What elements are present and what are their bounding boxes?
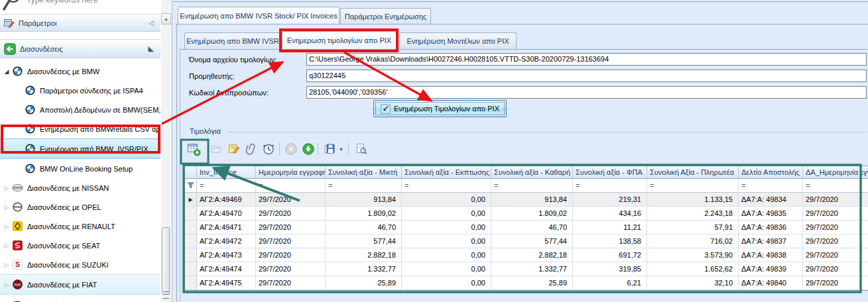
invoice-cell[interactable]: ΑΓ2:Α:49474 — [197, 262, 256, 276]
invoice-cell[interactable]: 29/7/2020 — [256, 207, 326, 221]
invoice-cell[interactable]: 577,44 — [326, 234, 402, 248]
attachment-icon[interactable] — [243, 141, 259, 157]
invoice-cell[interactable]: 0,00 — [402, 262, 491, 276]
invoice-cell[interactable]: 319,85 — [573, 262, 647, 276]
sidebar-item-connections-renault[interactable]: ▷Διασυνδέσεις με RENAULT — [0, 217, 160, 236]
filter-cell[interactable]: = — [326, 179, 402, 193]
sidebar-item-connections-seat[interactable]: ▷Διασυνδέσεις με SEAT — [0, 236, 160, 255]
invoice-cell[interactable]: ΔΑ7:Α: 49835 — [739, 207, 803, 221]
collapsed-icon[interactable]: ▷ — [2, 204, 11, 211]
invoice-cell[interactable]: 29/7/2020 — [803, 193, 868, 207]
sidebar-item-bmw-online-booking[interactable]: BMW OnLine Booking Setup — [0, 159, 160, 178]
invoice-cell[interactable]: 1.332,77 — [326, 262, 402, 276]
invoice-cell[interactable]: 0,00 — [402, 193, 491, 207]
collapsed-icon[interactable]: ▷ — [2, 185, 11, 191]
invoice-cell[interactable]: 29/7/2020 — [803, 207, 868, 221]
tab-update-models-pix[interactable]: Ενημέρωση Μοντέλων απο PIX — [399, 32, 517, 49]
sidebar-item-connections-opel[interactable]: ▷Διασυνδέσεις με OPEL — [0, 197, 160, 217]
sidebar-item-ispa4-params[interactable]: Παράμετροι σύνδεσης με ISPA4 — [0, 81, 160, 100]
invoice-row[interactable]: ΑΓ2:Α:4947529/7/202025,890,0025,896,2132… — [185, 276, 868, 290]
invoice-cell[interactable]: 29/7/2020 — [256, 193, 326, 207]
move-up-icon[interactable] — [283, 141, 299, 157]
invoice-cell[interactable]: 29/7/2020 — [256, 234, 326, 248]
invoice-cell[interactable]: 11,21 — [573, 221, 647, 234]
invoice-cell[interactable]: 2.243,18 — [647, 207, 739, 221]
filter-cell[interactable]: = — [197, 179, 256, 193]
move-down-icon[interactable] — [300, 141, 316, 157]
invoice-cell[interactable]: 29/7/2020 — [803, 262, 868, 276]
invoice-cell[interactable]: 913,84 — [491, 193, 573, 207]
invoice-cell[interactable]: 29/7/2020 — [803, 276, 868, 290]
scrollbar-grip-icon[interactable] — [163, 291, 169, 299]
supplier-input[interactable]: q30122445 — [306, 70, 867, 82]
collapsed-icon[interactable]: ▷ — [2, 223, 11, 230]
invoice-cell[interactable]: 1.809,02 — [491, 207, 573, 221]
column-header[interactable]: Ημερομηνία εγγραφής — [256, 166, 326, 179]
dealer-codes-input[interactable]: 28105,'044090','039356' — [306, 86, 867, 99]
pin-corner-icon[interactable]: ◣ — [149, 44, 154, 53]
invoice-cell[interactable]: 219,31 — [573, 193, 647, 207]
sidebar-section-connections[interactable]: Διασυνδέσεις ◣ — [0, 39, 160, 58]
invoice-cell[interactable]: 57,91 — [647, 221, 739, 234]
filter-cell[interactable]: = — [256, 179, 326, 193]
filter-cell[interactable]: = — [647, 179, 739, 193]
invoice-cell[interactable]: 32,10 — [647, 276, 739, 290]
invoice-cell[interactable]: 0,00 — [402, 207, 491, 221]
invoice-cell[interactable]: ΑΓ2:Α:49471 — [197, 221, 256, 234]
invoice-file-input[interactable]: C:\Users\George Vrakas\Downloads\H002724… — [306, 53, 867, 66]
invoice-cell[interactable]: 138,58 — [573, 234, 647, 248]
sidebar-item-update-bmw-ivsr-pix[interactable]: Ενημέρωση από BMW_IVSR/PIX — [0, 138, 160, 159]
invoice-cell[interactable]: 29/7/2020 — [803, 248, 868, 262]
edit-notes-icon[interactable] — [226, 141, 242, 157]
column-header[interactable]: Συνολική Αξία - Πληρωτέα — [647, 166, 739, 179]
invoice-cell[interactable]: 691,72 — [573, 248, 647, 262]
sidebar-item-update-bmwretails-csv[interactable]: Ενημέρωση από BMWretails CSV αρχείο — [0, 119, 160, 138]
invoice-cell[interactable]: 29/7/2020 — [803, 234, 868, 248]
invoice-cell[interactable]: 29/7/2020 — [256, 262, 326, 276]
invoice-cell[interactable]: 913,84 — [326, 193, 402, 207]
new-record-icon[interactable] — [186, 141, 202, 157]
invoice-cell[interactable]: ΑΓ2:Α:49472 — [197, 234, 256, 248]
tab-update-bmw-ivsr[interactable]: Ενημέρωση απο BMW IVSR — [184, 32, 281, 49]
column-header[interactable]: Συνολική αξία - Εκπτωσης — [402, 166, 491, 179]
column-header[interactable]: Inv_Invoice — [197, 166, 256, 179]
invoice-cell[interactable]: 1.809,02 — [326, 207, 402, 221]
invoice-cell[interactable]: ΑΓ2:Α:49475 — [197, 276, 256, 290]
invoice-cell[interactable]: 0,00 — [402, 221, 491, 234]
filter-cell[interactable]: = — [573, 179, 647, 193]
tab-update-invoices-pix[interactable]: Ενημερωση τιμολογίων απο PIX — [282, 31, 397, 49]
invoice-cell[interactable]: 1.133,15 — [647, 193, 739, 207]
update-invoices-pix-button[interactable]: Ενημέρωση Τιμολογίων απο PIX — [373, 100, 507, 117]
invoice-cell[interactable]: ΔΑ7:Α: 49840 — [739, 276, 803, 290]
invoice-cell[interactable]: 577,44 — [491, 234, 573, 248]
collapsed-icon[interactable]: ▷ — [2, 281, 11, 288]
invoice-cell[interactable]: 0,00 — [402, 234, 491, 248]
expanded-icon[interactable]: ◢ — [2, 68, 11, 75]
invoice-cell[interactable]: 2.882,18 — [326, 248, 402, 262]
scrollbar-thumb[interactable] — [162, 227, 170, 295]
filter-cell[interactable]: = — [739, 179, 803, 193]
invoice-cell[interactable]: 0,00 — [402, 276, 491, 290]
open-icon[interactable] — [208, 141, 224, 157]
filter-cell[interactable]: = — [402, 179, 491, 193]
invoice-cell[interactable]: 1.332,77 — [491, 262, 573, 276]
tab-update-parameters[interactable]: Παράμετροι Ενημέρωσης — [340, 8, 431, 25]
invoice-row[interactable]: ΑΓ2:Α:4947029/7/20201.809,020,001.809,02… — [185, 207, 868, 221]
invoice-cell[interactable]: 46,70 — [326, 221, 402, 234]
save-layout-icon[interactable] — [322, 141, 338, 157]
invoice-cell[interactable]: ΔΑ7:Α: 49837 — [739, 234, 803, 248]
invoice-row[interactable]: ΑΓ2:Α:4947229/7/2020577,440,00577,44138,… — [185, 234, 868, 248]
collapsed-icon[interactable]: ▷ — [2, 262, 11, 268]
sidebar-item-send-data-bmw[interactable]: Αποστολή Δεδομένων σε BMW(SEM,VS — [0, 100, 160, 119]
sidebar-item-connections-bmw[interactable]: ◢Διασυνδέσεις με BMW — [0, 62, 160, 81]
invoice-cell[interactable]: 3.573,90 — [647, 248, 739, 262]
column-header[interactable]: Συνολική αξία - Καθαρή — [491, 166, 573, 179]
invoice-cell[interactable]: 434,16 — [573, 207, 647, 221]
filter-cell[interactable]: = — [491, 179, 573, 193]
invoice-cell[interactable]: 29/7/2020 — [256, 276, 326, 290]
invoice-cell[interactable]: ΑΓ2:Α:49469 — [197, 193, 256, 207]
history-clock-icon[interactable] — [261, 141, 277, 157]
invoice-cell[interactable]: 0,00 — [402, 248, 491, 262]
invoice-cell[interactable]: 29/7/2020 — [256, 221, 326, 234]
invoice-cell[interactable]: 46,70 — [491, 221, 573, 234]
